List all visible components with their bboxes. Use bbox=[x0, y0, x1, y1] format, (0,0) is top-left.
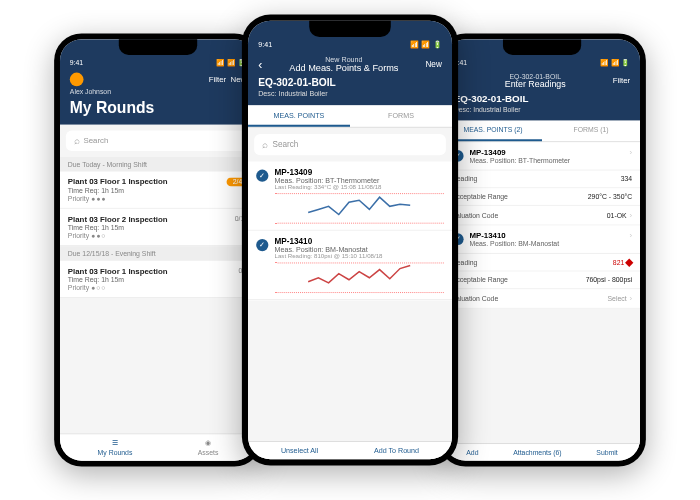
equipment-desc: Desc: Industrial Boiler bbox=[454, 106, 630, 113]
sparkline-chart bbox=[275, 193, 444, 224]
warning-icon bbox=[625, 259, 633, 267]
tab-forms[interactable]: FORMS bbox=[350, 105, 452, 126]
avatar[interactable] bbox=[70, 73, 84, 87]
bottom-nav: ☰My Rounds ◉Assets bbox=[60, 433, 256, 460]
sparkline-chart bbox=[275, 262, 444, 293]
equipment-id: EQ-302-01-BOIL bbox=[258, 77, 442, 88]
phone-my-rounds: 9:41📶 📶 🔋 Filter New Alex Johnson My Rou… bbox=[54, 33, 262, 466]
chevron-right-icon: › bbox=[630, 231, 633, 247]
valuation-row[interactable]: Valuation Code01-OK› bbox=[444, 206, 640, 226]
submit-button[interactable]: Submit bbox=[596, 449, 617, 456]
attachments-button[interactable]: Attachments (6) bbox=[513, 449, 561, 456]
page-title: My Rounds bbox=[70, 99, 246, 117]
breadcrumb: EQ-302-01-BOIL bbox=[505, 73, 566, 80]
reading-row[interactable]: Reading821 bbox=[444, 254, 640, 272]
add-to-round-button[interactable]: Add To Round bbox=[374, 447, 419, 454]
status-icons: 📶 📶 🔋 bbox=[600, 59, 630, 67]
phone-add-meas-points: 9:41📶 📶 🔋 ‹ New Round Add Meas. Points &… bbox=[242, 15, 458, 466]
notch bbox=[503, 39, 581, 55]
reading-row[interactable]: Reading334 bbox=[444, 171, 640, 189]
notch bbox=[119, 39, 197, 55]
section-header: Due 12/15/18 - Evening Shift bbox=[60, 246, 256, 261]
chevron-right-icon: › bbox=[630, 148, 633, 164]
tab-forms[interactable]: FORMS (1) bbox=[542, 121, 640, 142]
check-icon[interactable]: ✓ bbox=[256, 239, 268, 251]
valuation-row[interactable]: Valuation CodeSelect› bbox=[444, 289, 640, 309]
round-card[interactable]: Plant 03 Floor 1 Inspection Time Req: 1h… bbox=[60, 261, 256, 298]
search-input[interactable]: Search bbox=[66, 130, 250, 151]
tab-meas-points[interactable]: MEAS. POINTS (2) bbox=[444, 121, 542, 142]
round-card[interactable]: Plant 03 Floor 1 Inspection Time Req: 1h… bbox=[60, 172, 256, 209]
measurement-point[interactable]: ✓ MP-13409 Meas. Position: BT-Thermomete… bbox=[248, 161, 452, 230]
tab-meas-points[interactable]: MEAS. POINTS bbox=[248, 105, 350, 126]
tabs: MEAS. POINTS FORMS bbox=[248, 105, 452, 127]
tabs: MEAS. POINTS (2) FORMS (1) bbox=[444, 121, 640, 143]
chevron-right-icon: › bbox=[630, 294, 633, 303]
new-button[interactable]: New bbox=[425, 59, 441, 68]
page-title: Enter Readings bbox=[505, 79, 566, 89]
breadcrumb: New Round bbox=[289, 55, 398, 62]
footer-actions: Add Attachments (6) Submit bbox=[444, 443, 640, 461]
round-card[interactable]: Plant 03 Floor 2 Inspection Time Req: 1h… bbox=[60, 209, 256, 246]
status-icons: 📶 📶 🔋 bbox=[410, 41, 442, 49]
filter-button[interactable]: Filter bbox=[613, 77, 630, 86]
notch bbox=[309, 21, 391, 37]
range-row: Acceptable Range290°C - 350°C bbox=[444, 188, 640, 206]
search-input[interactable]: Search bbox=[254, 134, 446, 155]
footer-actions: Unselect All Add To Round bbox=[248, 441, 452, 459]
add-button[interactable]: Add bbox=[466, 449, 478, 456]
nav-my-rounds[interactable]: ☰My Rounds bbox=[98, 439, 133, 456]
filter-button[interactable]: Filter bbox=[209, 75, 226, 84]
list-icon: ☰ bbox=[112, 439, 118, 447]
page-title: Add Meas. Points & Forms bbox=[289, 63, 398, 73]
measurement-point-header[interactable]: ✓ MP-13410 Meas. Position: BM-Manostat › bbox=[444, 226, 640, 254]
chevron-right-icon: › bbox=[630, 211, 633, 220]
measurement-point[interactable]: ✓ MP-13410 Meas. Position: BM-Manostat L… bbox=[248, 231, 452, 300]
measurement-point-header[interactable]: ✓ MP-13409 Meas. Position: BT-Thermomete… bbox=[444, 142, 640, 170]
back-button[interactable]: ‹ bbox=[258, 57, 262, 71]
unselect-all-button[interactable]: Unselect All bbox=[281, 447, 318, 454]
section-header: Due Today - Morning Shift bbox=[60, 157, 256, 172]
check-icon[interactable]: ✓ bbox=[256, 170, 268, 182]
nav-assets[interactable]: ◉Assets bbox=[198, 439, 219, 456]
status-time: 9:41 bbox=[258, 41, 272, 49]
phone-enter-readings: 9:41📶 📶 🔋 ‹ EQ-302-01-BOIL Enter Reading… bbox=[438, 33, 646, 466]
equipment-id: EQ-302-01-BOIL bbox=[454, 93, 630, 104]
cube-icon: ◉ bbox=[205, 439, 211, 447]
status-time: 9:41 bbox=[70, 59, 83, 67]
equipment-desc: Desc: Industrial Boiler bbox=[258, 90, 442, 97]
username-label: Alex Johnson bbox=[70, 88, 246, 95]
range-row: Acceptable Range760psi - 800psi bbox=[444, 272, 640, 290]
